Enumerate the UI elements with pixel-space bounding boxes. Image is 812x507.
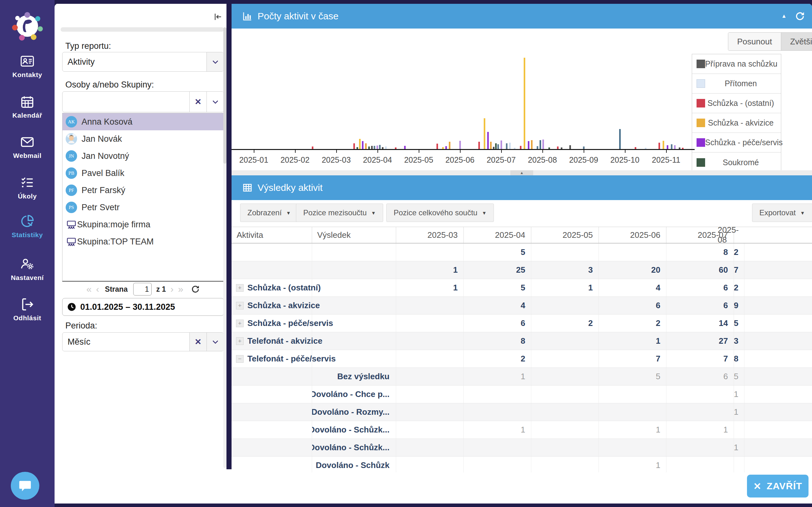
expand-icon[interactable]: + [236,302,243,309]
table-row[interactable]: Dovoláno - Schůzk1 [231,457,812,472]
prev-page-button[interactable]: ‹ [96,284,99,294]
expand-icon[interactable]: + [236,320,243,327]
scrollbar-thumb[interactable] [223,27,226,164]
sidebar-item-nastaveni[interactable]: Nastavení [0,257,55,282]
sidebar-item-webmail[interactable]: Webmail [0,135,55,160]
table-row[interactable]: 582 [231,243,812,261]
chart-bar [487,132,489,149]
list-item-person[interactable]: JNJan Novotný [62,148,224,165]
table-row[interactable]: Dovoláno - Rozmy...1 [231,403,812,421]
list-item-person[interactable]: AKAnna Kosová [62,113,224,130]
refresh-icon[interactable] [191,285,200,294]
next-page-button[interactable]: › [170,284,173,294]
table-row[interactable]: −Telefonát - péče/servis2778 [231,350,812,368]
collapse-panel-button[interactable] [213,11,224,22]
legend-item[interactable]: Schůzka - akvizice [692,113,781,133]
column-header[interactable]: 2025-05 [531,227,599,243]
refresh-chart-button[interactable] [795,11,805,21]
table-row[interactable]: +Schůzka - péče/servis622145 [231,315,812,332]
clear-icon[interactable]: ✕ [190,92,207,112]
table-row[interactable]: 1253206097 [231,261,812,279]
people-combobox[interactable]: ✕ [62,91,224,112]
legend-item[interactable]: Schůzka - (ostatní) [692,94,781,113]
column-header[interactable]: Aktivita [231,227,312,243]
value-cell [396,297,464,314]
chevron-down-icon[interactable] [207,92,224,112]
value-cell: 4 [464,297,531,314]
legend-item[interactable]: Soukromé [692,153,781,172]
first-page-button[interactable]: « [86,284,92,294]
chart-bars [231,29,695,149]
chevron-down-icon[interactable] [207,52,224,71]
list-item-group[interactable]: Skupina:TOP TEAM [62,233,224,250]
splitter-collapse-button[interactable]: ▲ [510,170,533,175]
last-page-button[interactable]: » [178,284,183,294]
clear-icon[interactable]: ✕ [190,333,207,351]
table-row[interactable]: Dovoláno - Schůzk...1 [231,439,812,457]
activity-cell[interactable]: +Schůzka - péče/servis [231,315,312,332]
chart-bar [542,139,544,149]
value-cell: 60 [666,261,734,279]
collapse-icon[interactable]: − [236,355,243,363]
value-cell: 1 [734,403,745,421]
value-cell: 2 [734,243,745,261]
list-item-person[interactable]: PSPetr Svetr [62,199,224,216]
app-logo[interactable] [0,4,55,49]
value-cell: 5 [734,315,745,332]
page-input[interactable] [133,283,152,295]
activity-cell[interactable]: −Telefonát - péče/servis [231,350,312,368]
list-item-group[interactable]: Skupina:moje firma [62,216,224,233]
zoom-button[interactable]: Zvětšit [781,33,812,50]
axis-tick-label: 2025-11 [647,155,685,165]
table-row[interactable]: Bez výsledku1565 [231,368,812,386]
list-item-person[interactable]: PFPetr Farský [62,182,224,199]
expand-icon[interactable]: + [236,284,243,292]
grandtotal-position-button[interactable]: Pozice celkového součtu▼ [386,204,494,222]
close-button[interactable]: ✕ ZAVŘÍT [747,475,809,498]
activity-cell[interactable]: +Telefonát - akvizice [231,332,312,350]
activity-cell[interactable]: +Schůzka - akvizice [231,297,312,314]
value-cell: 8 [464,332,531,350]
subtotal-position-button[interactable]: Pozice mezisoučtu▼ [296,204,383,222]
column-header[interactable]: Výsledek [312,227,396,243]
chevron-down-icon[interactable] [207,333,224,351]
column-header[interactable]: 2025-06 [599,227,666,243]
sidebar-item-statistiky[interactable]: Statistiky [0,214,55,239]
table-row[interactable]: Dovoláno - Chce p...1 [231,386,812,403]
report-type-select[interactable]: Aktivity [62,52,224,72]
pan-button[interactable]: Posunout [728,33,781,50]
table-row[interactable]: Dovoláno - Schůzk...111 [231,421,812,439]
sidebar-item-kontakty[interactable]: Kontakty [0,54,55,79]
panel-drag-handle[interactable] [61,27,224,32]
activity-cell[interactable]: +Schůzka - (ostatní) [231,279,312,296]
legend-swatch [697,60,705,68]
chat-button[interactable] [11,472,39,500]
activity-cell [231,439,312,456]
table-row[interactable]: +Schůzka - akvizice4669 [231,297,812,315]
expand-icon[interactable]: + [236,337,243,345]
sidebar-item-odhlasit[interactable]: Odhlásit [0,297,55,322]
legend-item[interactable]: Přítomen [692,74,781,94]
list-item-person[interactable]: PBPavel Balík [62,165,224,182]
scrollbar-track[interactable] [223,27,226,468]
avatar: AK [66,116,77,127]
legend-item[interactable]: Příprava na schůzku [692,54,781,74]
column-header[interactable]: 2025-08 [734,227,745,243]
table-row[interactable]: +Telefonát - akvizice812773 [231,332,812,350]
period-select[interactable]: Měsíc ✕ [62,332,224,351]
export-button[interactable]: Exportovat▼ [752,204,812,222]
list-item-person[interactable]: Jan Novák [62,130,224,148]
table-row[interactable]: +Schůzka - (ostatní)151462 [231,279,812,297]
column-header[interactable]: 2025-03 [396,227,464,243]
legend-item[interactable]: Schůzka - péče/servis [692,133,781,153]
date-range-button[interactable]: 01.01.2025 – 30.11.2025 [62,298,224,316]
column-header[interactable]: 2025-04 [464,227,531,243]
value-cell [464,439,531,456]
chart-bar [570,145,571,149]
value-cell: 1 [396,279,464,296]
sidebar-item-ukoly[interactable]: Úkoly [0,175,55,200]
sidebar-item-kalendar[interactable]: Kalendář [0,95,55,119]
collapse-chart-button[interactable]: ▲ [781,13,787,19]
chart-bar [377,146,378,149]
display-options-button[interactable]: Zobrazení▼ [240,204,298,222]
